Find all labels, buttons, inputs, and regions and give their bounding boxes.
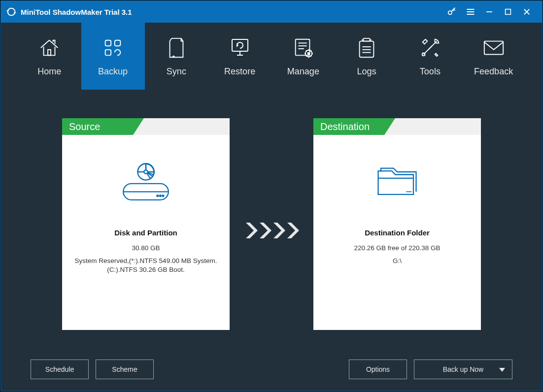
- source-details: System Reserved,(*:).NTFS 549.00 MB Syst…: [71, 257, 221, 274]
- svg-point-2: [448, 11, 452, 14]
- nav-label: Logs: [357, 66, 376, 77]
- svg-marker-43: [287, 223, 299, 238]
- home-icon: [38, 36, 61, 60]
- options-button[interactable]: Options: [349, 359, 407, 379]
- svg-point-37: [157, 195, 158, 196]
- nav-label: Home: [37, 66, 61, 77]
- close-button[interactable]: [517, 1, 536, 23]
- nav-manage[interactable]: Manage: [272, 23, 335, 90]
- logs-icon: [356, 36, 377, 60]
- svg-rect-12: [115, 40, 121, 46]
- manage-icon: [292, 36, 314, 60]
- svg-marker-40: [246, 223, 258, 238]
- key-icon[interactable]: [442, 1, 461, 23]
- main-nav: Home Backup: [1, 23, 542, 90]
- svg-marker-0: [6, 10, 9, 12]
- maximize-button[interactable]: [499, 1, 517, 23]
- nav-label: Feedback: [474, 66, 513, 77]
- app-window: MiniTool ShadowMaker Trial 3.1: [0, 0, 543, 392]
- tools-icon: [419, 36, 441, 60]
- destination-card[interactable]: Destination Destination Folder 220.26 GB…: [313, 118, 481, 330]
- svg-marker-1: [14, 12, 17, 13]
- folder-icon: [370, 156, 424, 210]
- nav-tools[interactable]: Tools: [399, 23, 462, 90]
- nav-label: Tools: [420, 66, 441, 77]
- svg-point-25: [308, 52, 310, 54]
- svg-marker-41: [260, 223, 272, 238]
- scheme-button[interactable]: Scheme: [96, 359, 154, 379]
- svg-point-36: [162, 195, 164, 196]
- card-header: Destination: [313, 118, 481, 135]
- minimize-button[interactable]: [480, 1, 499, 23]
- source-card[interactable]: Source: [62, 118, 230, 330]
- svg-rect-7: [506, 9, 511, 15]
- nav-label: Backup: [98, 66, 128, 77]
- svg-rect-16: [232, 39, 248, 51]
- source-tab: Source: [62, 118, 144, 135]
- content-area: Source: [1, 90, 542, 391]
- svg-marker-14: [117, 54, 119, 56]
- backup-now-button[interactable]: Back up Now: [414, 359, 512, 379]
- schedule-button[interactable]: Schedule: [31, 359, 89, 379]
- svg-marker-15: [171, 55, 175, 57]
- svg-point-31: [422, 53, 425, 56]
- sync-icon: [166, 36, 187, 60]
- nav-label: Sync: [167, 66, 186, 77]
- nav-label: Restore: [224, 66, 255, 77]
- nav-restore[interactable]: Restore: [208, 23, 272, 90]
- nav-logs[interactable]: Logs: [335, 23, 399, 90]
- nav-feedback[interactable]: Feedback: [462, 23, 525, 90]
- destination-tab: Destination: [313, 118, 395, 135]
- backup-icon: [102, 36, 124, 60]
- backup-now-label: Back up Now: [443, 365, 483, 373]
- caret-down-icon: [499, 365, 505, 373]
- destination-free: 220.26 GB free of 220.38 GB: [354, 244, 441, 253]
- nav-backup[interactable]: Backup: [81, 23, 145, 90]
- menu-icon[interactable]: [461, 1, 480, 23]
- destination-title: Destination Folder: [365, 229, 430, 237]
- titlebar: MiniTool ShadowMaker Trial 3.1: [1, 1, 542, 23]
- disk-icon: [119, 156, 173, 210]
- destination-path: G:\: [393, 257, 402, 265]
- card-header: Source: [62, 118, 230, 135]
- nav-sync[interactable]: Sync: [145, 23, 208, 90]
- svg-point-39: [144, 170, 147, 173]
- svg-rect-10: [48, 49, 51, 55]
- footer-bar: Schedule Scheme Options Back up Now: [31, 359, 512, 379]
- app-logo-icon: [6, 6, 17, 17]
- nav-label: Manage: [287, 66, 319, 77]
- arrows-icon: [230, 118, 313, 343]
- source-size: 30.80 GB: [132, 244, 160, 253]
- svg-rect-32: [484, 41, 503, 54]
- restore-icon: [228, 36, 252, 60]
- svg-rect-27: [363, 38, 370, 41]
- nav-home[interactable]: Home: [18, 23, 81, 90]
- svg-rect-11: [105, 40, 111, 46]
- svg-marker-42: [273, 223, 285, 238]
- feedback-icon: [482, 36, 505, 60]
- source-title: Disk and Partition: [114, 229, 177, 237]
- svg-marker-46: [499, 368, 505, 372]
- svg-point-35: [160, 195, 161, 196]
- svg-rect-13: [105, 49, 111, 55]
- app-title: MiniTool ShadowMaker Trial 3.1: [21, 8, 132, 16]
